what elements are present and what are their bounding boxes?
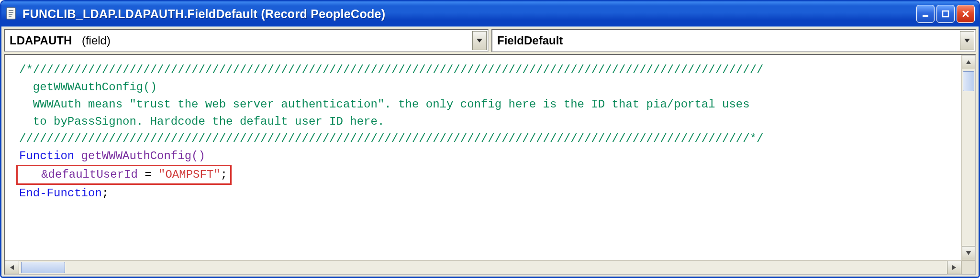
vertical-scroll-thumb[interactable]	[963, 71, 974, 91]
svg-marker-9	[477, 39, 482, 43]
scroll-corner	[961, 261, 975, 274]
maximize-button[interactable]	[936, 5, 955, 23]
horizontal-scroll-track[interactable]	[19, 261, 947, 274]
vertical-scroll-track[interactable]	[962, 69, 975, 246]
code-kw-function: Function	[19, 150, 74, 162]
titlebar[interactable]: FUNCLIB_LDAP.LDAPAUTH.FieldDefault (Reco…	[1, 1, 979, 26]
code-text[interactable]: /*//////////////////////////////////////…	[5, 55, 975, 206]
app-icon	[5, 6, 18, 21]
event-dropdown-value: FieldDefault	[497, 34, 563, 47]
close-button[interactable]	[957, 5, 975, 23]
field-dropdown[interactable]: LDAPAUTH (field)	[4, 29, 489, 52]
code-comment-close: ////////////////////////////////////////…	[19, 132, 763, 145]
minimize-button[interactable]	[916, 5, 935, 23]
window-title: FUNCLIB_LDAP.LDAPAUTH.FieldDefault (Reco…	[22, 7, 385, 21]
code-comment-l3: to byPassSignon. Hardcode the default us…	[19, 115, 384, 128]
svg-rect-0	[7, 8, 15, 19]
svg-rect-6	[943, 11, 948, 17]
event-dropdown-button[interactable]	[960, 31, 974, 50]
event-dropdown[interactable]: FieldDefault	[491, 29, 976, 52]
code-kw-endfn: End-Function	[19, 187, 102, 200]
scroll-up-button[interactable]	[962, 55, 975, 69]
svg-marker-13	[10, 265, 14, 270]
code-semi: ;	[221, 168, 227, 181]
code-editor: /*//////////////////////////////////////…	[4, 54, 976, 275]
code-comment-l2: WWWAuth means "trust the web server auth…	[19, 98, 750, 111]
window-controls	[916, 5, 975, 23]
dropdown-row: LDAPAUTH (field) FieldDefault	[4, 29, 976, 52]
client-area: LDAPAUTH (field) FieldDefault /*////////…	[1, 26, 979, 277]
horizontal-scroll-thumb[interactable]	[21, 262, 65, 273]
code-comment-open: /*//////////////////////////////////////…	[19, 64, 763, 76]
horizontal-scrollbar[interactable]	[5, 260, 975, 274]
field-dropdown-value: LDAPAUTH (field)	[10, 34, 111, 47]
svg-marker-12	[966, 251, 971, 255]
svg-marker-10	[964, 39, 970, 43]
field-dropdown-main: LDAPAUTH	[10, 34, 72, 47]
vertical-scrollbar[interactable]	[961, 55, 975, 260]
field-dropdown-sub: (field)	[82, 34, 111, 47]
code-assign-ident: &defaultUserId	[21, 168, 138, 181]
highlighted-line: &defaultUserId = "OAMPSFT";	[16, 165, 232, 185]
svg-marker-11	[966, 60, 971, 64]
code-end-semi: ;	[102, 187, 109, 200]
code-comment-l1: getWWWAuthConfig()	[19, 81, 157, 94]
code-string: "OAMPSFT"	[158, 168, 221, 181]
scroll-right-button[interactable]	[947, 261, 961, 274]
peoplecode-window: FUNCLIB_LDAP.LDAPAUTH.FieldDefault (Reco…	[0, 0, 980, 278]
scroll-down-button[interactable]	[962, 246, 975, 260]
scroll-left-button[interactable]	[5, 261, 19, 274]
svg-marker-14	[952, 265, 956, 270]
svg-rect-5	[923, 15, 928, 17]
code-body[interactable]: /*//////////////////////////////////////…	[5, 55, 975, 260]
field-dropdown-button[interactable]	[472, 31, 487, 50]
code-eq: =	[138, 168, 158, 181]
code-fn-name: getWWWAuthConfig()	[74, 150, 205, 162]
